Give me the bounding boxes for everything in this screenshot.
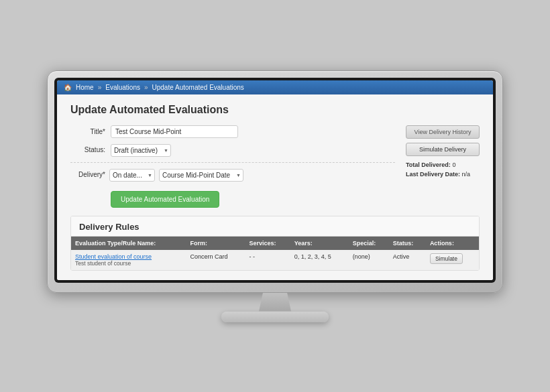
main-content: Update Automated Evaluations Title* Stat…	[57, 94, 493, 280]
cell-status: Active	[389, 250, 426, 270]
col-header-actions: Actions:	[426, 237, 479, 250]
cell-actions: Simulate	[426, 250, 479, 270]
title-label: Title*	[70, 128, 105, 135]
update-button[interactable]: Update Automated Evaluation	[111, 191, 219, 208]
stats-block: Total Delivered: 0 Last Delivery Date: n…	[406, 160, 470, 180]
nav-sep-2: »	[144, 84, 148, 91]
monitor-base	[221, 312, 329, 322]
title-row: Title*	[70, 125, 395, 138]
form-fields: Title* Status: Draft (inactive)	[70, 125, 395, 208]
nav-bar: 🏠 Home » Evaluations » Update Automated …	[57, 80, 493, 94]
delivery-type-select[interactable]: On date...	[109, 169, 155, 182]
col-header-form: Form:	[186, 237, 245, 250]
cell-form: Concern Card	[186, 250, 245, 270]
update-btn-row: Update Automated Evaluation	[70, 188, 395, 208]
table-header-row: Evaluation Type/Rule Name: Form: Service…	[71, 237, 479, 250]
cell-special: (none)	[349, 250, 389, 270]
total-delivered-row: Total Delivered: 0	[406, 160, 470, 170]
eval-name-link[interactable]: Student evaluation of course	[75, 253, 182, 260]
status-label: Status:	[70, 146, 105, 153]
status-row: Status: Draft (inactive)	[70, 143, 395, 157]
cell-eval-name: Student evaluation of course Test studen…	[71, 250, 186, 270]
screen-bezel: 🏠 Home » Evaluations » Update Automated …	[54, 78, 496, 283]
table-row: Student evaluation of course Test studen…	[71, 250, 479, 270]
nav-home-link[interactable]: Home	[76, 84, 94, 91]
sidebar-actions: View Delivery History Simulate Delivery …	[406, 125, 480, 208]
delivery-label: Delivery*	[70, 171, 105, 178]
delivery-rules-section: Delivery Rules Evaluation Type/Rule Name…	[70, 216, 480, 271]
col-header-special: Special:	[349, 237, 389, 250]
cell-years: 0, 1, 2, 3, 4, 5	[290, 250, 349, 270]
simulate-delivery-button[interactable]: Simulate Delivery	[406, 143, 480, 156]
delivery-select-wrapper-2: Course Mid-Point Date	[159, 168, 243, 182]
delivery-select-wrapper-1: On date...	[109, 168, 155, 182]
status-select-wrapper: Draft (inactive)	[111, 143, 171, 157]
col-header-years: Years:	[290, 237, 349, 250]
monitor-wrapper: 🏠 Home » Evaluations » Update Automated …	[47, 70, 503, 322]
cell-services: - -	[245, 250, 290, 270]
monitor-outer: 🏠 Home » Evaluations » Update Automated …	[47, 70, 503, 293]
page-title: Update Automated Evaluations	[70, 104, 480, 116]
nav-evaluations-link[interactable]: Evaluations	[105, 84, 140, 91]
nav-current-page: Update Automated Evaluations	[152, 84, 244, 91]
delivery-row: Delivery* On date... Course Mid-Point Da…	[70, 162, 395, 182]
section-title: Delivery Rules	[71, 216, 479, 237]
nav-sep-1: »	[98, 84, 102, 91]
home-icon: 🏠	[64, 84, 72, 91]
monitor-neck	[255, 293, 295, 312]
col-header-status: Status:	[389, 237, 426, 250]
delivery-date-select[interactable]: Course Mid-Point Date	[159, 169, 243, 182]
total-delivered-value: 0	[452, 161, 455, 168]
view-delivery-history-button[interactable]: View Delivery History	[406, 125, 480, 139]
col-header-eval-type: Evaluation Type/Rule Name:	[71, 237, 186, 250]
col-header-services: Services:	[245, 237, 290, 250]
title-input[interactable]	[111, 125, 238, 138]
status-select[interactable]: Draft (inactive)	[111, 144, 171, 157]
rules-table: Evaluation Type/Rule Name: Form: Service…	[71, 237, 479, 270]
total-delivered-label: Total Delivered:	[406, 161, 451, 168]
simulate-row-button[interactable]: Simulate	[430, 253, 463, 264]
eval-sub-text: Test student of course	[75, 260, 131, 267]
last-delivery-row: Last Delivery Date: n/a	[406, 170, 470, 179]
last-delivery-label: Last Delivery Date:	[406, 171, 460, 178]
last-delivery-value: n/a	[462, 171, 471, 178]
form-area: Title* Status: Draft (inactive)	[70, 125, 480, 208]
monitor-screen: 🏠 Home » Evaluations » Update Automated …	[57, 80, 493, 280]
